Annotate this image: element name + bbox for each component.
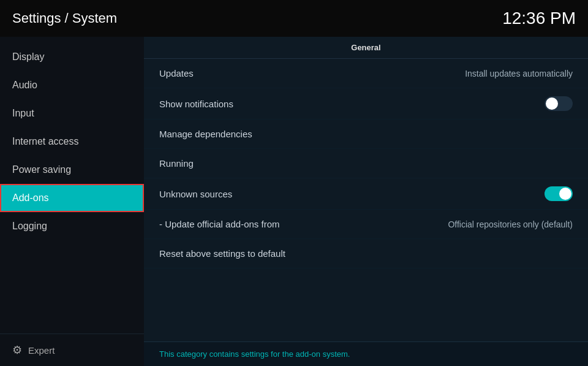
setting-label-reset-settings: Reset above settings to default	[159, 248, 285, 259]
sidebar-item-display[interactable]: Display	[0, 43, 144, 71]
toggle-unknown-sources[interactable]	[545, 186, 573, 201]
settings-list: UpdatesInstall updates automaticallyShow…	[144, 59, 588, 341]
setting-row-updates[interactable]: UpdatesInstall updates automatically	[144, 59, 588, 88]
sidebar: DisplayAudioInputInternet accessPower sa…	[0, 37, 144, 366]
setting-label-manage-dependencies: Manage dependencies	[159, 129, 252, 139]
sidebar-item-internet-access[interactable]: Internet access	[0, 128, 144, 156]
sidebar-item-input[interactable]: Input	[0, 99, 144, 128]
toggle-knob-unknown-sources	[559, 188, 571, 200]
setting-label-updates: Updates	[159, 68, 194, 78]
setting-label-running: Running	[159, 158, 194, 169]
page-title: Settings / System	[12, 10, 117, 26]
setting-label-unknown-sources: Unknown sources	[159, 189, 232, 199]
content-footer-hint: This category contains settings for the …	[144, 341, 588, 366]
sidebar-item-logging[interactable]: Logging	[0, 212, 144, 240]
setting-row-update-official-addons[interactable]: - Update official add-ons fromOfficial r…	[144, 210, 588, 239]
toggle-knob-show-notifications	[546, 97, 558, 110]
setting-row-unknown-sources[interactable]: Unknown sources	[144, 178, 588, 210]
expert-label: Expert	[28, 345, 55, 356]
setting-value-updates: Install updates automatically	[465, 69, 573, 78]
toggle-show-notifications[interactable]	[545, 96, 573, 111]
header: Settings / System 12:36 PM	[0, 0, 588, 37]
setting-row-running[interactable]: Running	[144, 149, 588, 178]
sidebar-item-add-ons[interactable]: Add-ons	[0, 184, 144, 212]
setting-label-update-official-addons: - Update official add-ons from	[159, 219, 280, 229]
setting-row-show-notifications[interactable]: Show notifications	[144, 88, 588, 120]
setting-value-update-official-addons: Official repositories only (default)	[448, 219, 573, 229]
sidebar-footer[interactable]: ⚙ Expert	[0, 334, 144, 366]
gear-icon: ⚙	[12, 343, 22, 357]
section-header: General	[144, 37, 588, 59]
sidebar-item-power-saving[interactable]: Power saving	[0, 156, 144, 184]
setting-label-show-notifications: Show notifications	[159, 99, 233, 109]
setting-row-reset-settings[interactable]: Reset above settings to default	[144, 239, 588, 269]
sidebar-item-audio[interactable]: Audio	[0, 71, 144, 99]
main-layout: DisplayAudioInputInternet accessPower sa…	[0, 37, 588, 366]
clock: 12:36 PM	[502, 9, 576, 28]
content-area: General UpdatesInstall updates automatic…	[144, 37, 588, 366]
setting-row-manage-dependencies[interactable]: Manage dependencies	[144, 120, 588, 149]
